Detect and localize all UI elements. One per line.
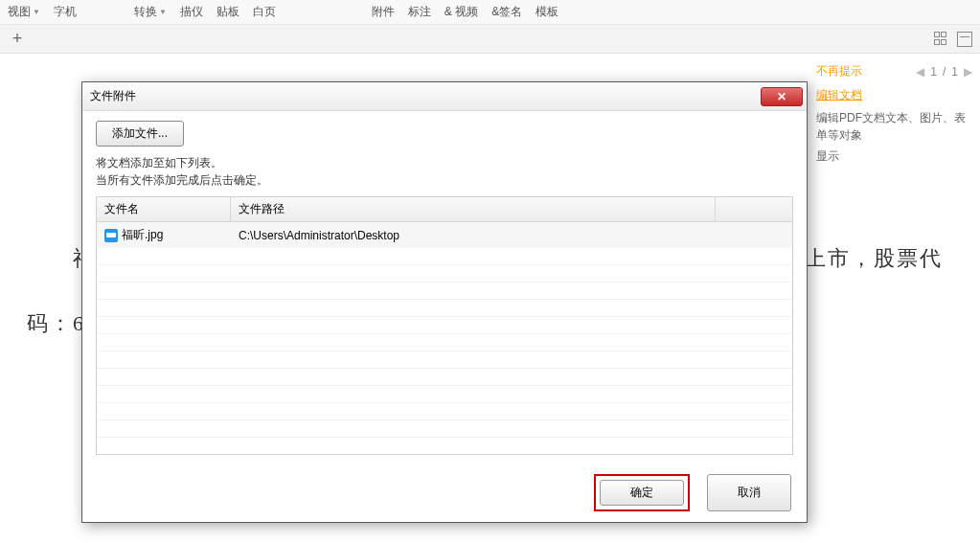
- dialog-titlebar[interactable]: 文件附件 ✕: [82, 82, 807, 111]
- tray-icon[interactable]: [957, 32, 972, 47]
- toolbar-annotate[interactable]: 标注: [408, 4, 431, 20]
- tabbar-right-icons: [934, 32, 972, 47]
- ok-button[interactable]: 确定: [600, 480, 684, 506]
- empty-row: [97, 248, 792, 265]
- cell-filename: 福昕.jpg: [122, 227, 163, 243]
- toolbar-blank[interactable]: 白页: [253, 4, 276, 20]
- th-filepath[interactable]: 文件路径: [231, 197, 716, 221]
- pager: ◀ 1 / 1 ▶: [916, 65, 972, 79]
- empty-row: [97, 386, 792, 403]
- cell-filepath: C:\Users\Administrator\Desktop: [231, 227, 792, 244]
- tab-bar: +: [0, 25, 980, 54]
- toolbar-group-2: 转换▼ 描仪 贴板 白页: [134, 4, 276, 20]
- toolbar-convert[interactable]: 转换▼: [134, 4, 167, 20]
- dialog-description: 将文档添加至如下列表。 当所有文件添加完成后点击确定。: [96, 154, 793, 189]
- toolbar-template[interactable]: 模板: [536, 4, 558, 20]
- right-panel: 不再提示 ◀ 1 / 1 ▶ 编辑文档 编辑PDF文档文本、图片、表单等对象 显…: [808, 54, 980, 172]
- empty-row: [97, 265, 792, 283]
- toolbar-attachment[interactable]: 附件: [372, 4, 395, 20]
- empty-row: [97, 351, 792, 369]
- table-row[interactable]: 福昕.jpg C:\Users\Administrator\Desktop: [97, 222, 792, 248]
- grid-view-icon[interactable]: [934, 32, 949, 47]
- content-area: 不再提示 ◀ 1 / 1 ▶ 编辑文档 编辑PDF文档文本、图片、表单等对象 显…: [0, 54, 980, 543]
- toolbar-font[interactable]: 字机: [54, 4, 77, 20]
- cancel-button[interactable]: 取消: [707, 474, 791, 511]
- edit-doc-link[interactable]: 编辑文档: [816, 83, 972, 107]
- dropdown-icon: ▼: [33, 8, 40, 16]
- empty-row: [97, 369, 792, 386]
- toolbar-clipboard[interactable]: 贴板: [217, 4, 239, 20]
- toolbar-scanner[interactable]: 描仪: [180, 4, 203, 20]
- dialog-title-text: 文件附件: [90, 88, 136, 104]
- ok-highlight-box: 确定: [594, 474, 690, 511]
- panel-desc2: 显示: [816, 146, 972, 167]
- empty-row: [97, 420, 792, 438]
- panel-desc1: 编辑PDF文档文本、图片、表单等对象: [816, 107, 972, 146]
- page-current: 1: [930, 65, 937, 79]
- close-button[interactable]: ✕: [761, 87, 803, 106]
- dropdown-icon: ▼: [159, 8, 167, 16]
- toolbar-group-1: 视图▼ 字机: [8, 4, 77, 20]
- table-header: 文件名 文件路径: [97, 197, 792, 222]
- image-file-icon: [104, 229, 118, 242]
- toolbar-view[interactable]: 视图▼: [8, 4, 40, 20]
- toolbar-video[interactable]: & 视频: [444, 4, 478, 20]
- empty-row: [97, 334, 792, 351]
- empty-row: [97, 300, 792, 317]
- add-file-button[interactable]: 添加文件...: [96, 121, 184, 147]
- no-hint-link[interactable]: 不再提示: [816, 63, 862, 79]
- prev-page-icon[interactable]: ◀: [916, 65, 924, 79]
- toolbar-signature[interactable]: &签名: [491, 4, 522, 20]
- file-attachment-dialog: 文件附件 ✕ 添加文件... 将文档添加至如下列表。 当所有文件添加完成后点击确…: [81, 81, 808, 523]
- empty-row: [97, 283, 792, 300]
- dialog-body: 添加文件... 将文档添加至如下列表。 当所有文件添加完成后点击确定。 文件名 …: [82, 111, 807, 464]
- next-page-icon[interactable]: ▶: [964, 65, 972, 79]
- th-filename[interactable]: 文件名: [97, 197, 231, 221]
- toolbar-group-3: 附件 标注 & 视频 &签名 模板: [372, 4, 558, 20]
- page-total: 1: [951, 65, 958, 79]
- th-extra[interactable]: [716, 197, 792, 221]
- new-tab-button[interactable]: +: [8, 29, 27, 49]
- dialog-footer: 确定 取消: [82, 464, 807, 521]
- empty-row: [97, 317, 792, 334]
- main-toolbar: 视图▼ 字机 转换▼ 描仪 贴板 白页 附件 标注 & 视频 &签名 模板: [0, 0, 980, 25]
- file-table: 文件名 文件路径 福昕.jpg C:\Users\Administrator\D…: [96, 196, 793, 455]
- empty-row: [97, 403, 792, 420]
- empty-row: [97, 438, 792, 455]
